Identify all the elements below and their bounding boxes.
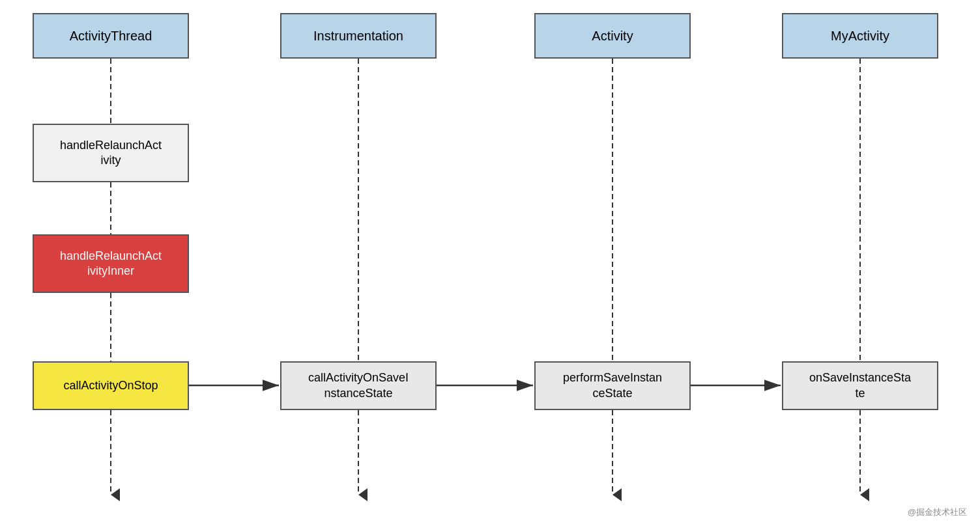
header-activity-thread: ActivityThread bbox=[33, 13, 189, 59]
call-activity-on-save-instance-state: callActivityOnSaveInstanceState bbox=[280, 361, 437, 410]
call-activity-on-stop: callActivityOnStop bbox=[33, 361, 189, 410]
header-activity: Activity bbox=[534, 13, 691, 59]
perform-save-instance-state: performSaveInstanceState bbox=[534, 361, 691, 410]
header-my-activity: MyActivity bbox=[782, 13, 938, 59]
handle-relaunch-activity-inner: handleRelaunchActivityInner bbox=[33, 234, 189, 293]
handle-relaunch-activity: handleRelaunchActivity bbox=[33, 124, 189, 182]
diagram: ActivityThread Instrumentation Activity … bbox=[0, 0, 980, 526]
on-save-instance-state: onSaveInstanceState bbox=[782, 361, 938, 410]
header-instrumentation: Instrumentation bbox=[280, 13, 437, 59]
watermark: @掘金技术社区 bbox=[908, 506, 967, 518]
